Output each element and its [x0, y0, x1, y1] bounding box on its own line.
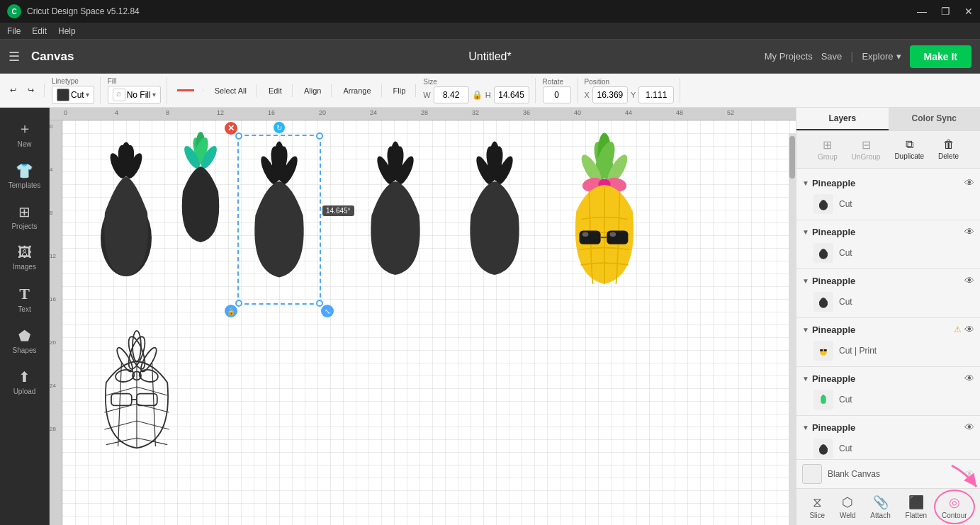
layer-header-4[interactable]: ▼ Pineapple ⚠ 👁 — [796, 321, 980, 338]
secondary-toolbar: ↩ ↪ Linetype Cut ▾ Fill ∅ No Fill ▾ Sele… — [0, 74, 980, 108]
pos-x-input[interactable] — [592, 86, 628, 103]
rotate-handle[interactable]: ↻ — [274, 122, 285, 133]
layer-item-1[interactable]: Cut — [796, 191, 980, 217]
layer-eye-1[interactable]: 👁 — [964, 177, 974, 188]
sidebar-item-text[interactable]: T Text — [4, 279, 46, 319]
linetype-swatch — [57, 89, 69, 101]
fill-select[interactable]: ∅ No Fill ▾ — [108, 86, 161, 104]
layer-eye-6[interactable]: 👁 — [964, 422, 974, 433]
duplicate-button[interactable]: ⧉ Duplicate — [889, 135, 930, 164]
linetype-group: Linetype Cut ▾ — [52, 77, 101, 104]
attach-button[interactable]: 📎 Attach — [864, 492, 896, 522]
linetype-select[interactable]: Cut ▾ — [52, 86, 94, 104]
ungroup-button[interactable]: ⊟ UnGroup — [846, 135, 886, 164]
select-all-button[interactable]: Select All — [210, 84, 251, 97]
layer-group-1: ▼ Pineapple 👁 Cut — [796, 171, 980, 220]
pineapple-3-container[interactable]: ↻ ✕ 🔒 ⤡ ✛ — [237, 120, 322, 308]
explore-button[interactable]: Explore ▾ — [862, 51, 901, 62]
layer-header-1[interactable]: ▼ Pineapple 👁 — [796, 174, 980, 191]
sidebar-item-upload[interactable]: ⬆ Upload — [4, 363, 46, 401]
menu-edit[interactable]: Edit — [32, 26, 47, 36]
layer-item-3[interactable]: Cut — [796, 289, 980, 315]
arrange-button[interactable]: Arrange — [339, 84, 375, 97]
line-color-swatch — [177, 89, 194, 91]
ruler-left-0: 0 — [50, 123, 62, 130]
pineapple-outline[interactable] — [94, 326, 179, 482]
layer-eye-3[interactable]: 👁 — [964, 275, 974, 286]
ruler-num-16: 16 — [266, 109, 317, 116]
maximize-button[interactable]: ❐ — [941, 6, 950, 17]
layer-item-6[interactable]: Cut — [796, 436, 980, 459]
pineapple-2[interactable] — [169, 128, 232, 255]
save-button[interactable]: Save — [821, 51, 843, 62]
tab-layers[interactable]: Layers — [796, 108, 889, 130]
layers-bottom-toolbar: ⧖ Slice ⬡ Weld 📎 Attach ⬛ Flatten ◎ Cont… — [796, 488, 980, 525]
ruler-num-0: 0 — [62, 109, 113, 116]
undo-redo-group: ↩ ↪ — [6, 84, 45, 97]
undo-button[interactable]: ↩ — [6, 84, 21, 97]
resize-handle[interactable]: ⤡ — [321, 305, 334, 317]
rotate-input[interactable] — [543, 86, 571, 103]
sidebar-item-images[interactable]: 🖼 Images — [4, 239, 46, 276]
lock-handle[interactable]: 🔒 — [225, 305, 237, 317]
delete-icon: 🗑 — [943, 138, 954, 151]
height-input[interactable] — [494, 86, 529, 103]
layer-item-2[interactable]: Cut — [796, 240, 980, 266]
layer-eye-2[interactable]: 👁 — [964, 226, 974, 237]
vertical-scrollbar[interactable] — [789, 133, 796, 525]
layer-item-label-4: Cut | Print — [839, 346, 974, 356]
layer-header-3[interactable]: ▼ Pineapple 👁 — [796, 272, 980, 289]
redo-button[interactable]: ↪ — [23, 84, 38, 97]
delete-button[interactable]: 🗑 Delete — [933, 135, 964, 164]
width-input[interactable] — [434, 86, 469, 103]
layer-eye-4[interactable]: 👁 — [964, 324, 974, 335]
my-projects-button[interactable]: My Projects — [765, 51, 813, 62]
sidebar-item-shapes[interactable]: ⬟ Shapes — [4, 322, 46, 360]
layer-header-6[interactable]: ▼ Pineapple 👁 — [796, 419, 980, 436]
canvas-area[interactable]: 0 4 8 12 16 20 24 28 32 36 40 44 48 52 0… — [50, 108, 796, 525]
layer-item-5[interactable]: Cut — [796, 387, 980, 412]
layer-item-4[interactable]: Cut | Print — [796, 338, 980, 363]
minimize-button[interactable]: — — [917, 6, 927, 17]
pineapple-1[interactable] — [91, 128, 162, 298]
flatten-label: Flatten — [906, 512, 928, 519]
weld-button[interactable]: ⬡ Weld — [834, 492, 862, 522]
window-controls[interactable]: — ❐ ✕ — [917, 6, 973, 17]
edit-button[interactable]: Edit — [264, 84, 286, 97]
rotate-label: Rotate — [543, 78, 563, 86]
flatten-button[interactable]: ⬛ Flatten — [900, 492, 933, 522]
ruler-left-12: 12 — [50, 253, 62, 259]
layer-eye-5[interactable]: 👁 — [964, 373, 974, 384]
flip-button[interactable]: Flip — [389, 84, 410, 97]
images-icon: 🖼 — [18, 244, 32, 261]
layer-group-5: ▼ Pineapple 👁 Cut — [796, 367, 980, 416]
sidebar-item-projects[interactable]: ⊞ Projects — [4, 198, 46, 236]
pos-y-input[interactable] — [638, 86, 674, 103]
align-button[interactable]: Align — [300, 84, 325, 97]
tab-color-sync[interactable]: Color Sync — [889, 108, 981, 130]
slice-button[interactable]: ⧖ Slice — [804, 492, 830, 522]
menu-help[interactable]: Help — [58, 26, 76, 36]
pineapple-colorful[interactable] — [558, 128, 650, 326]
canvas-grid[interactable]: ↻ ✕ 🔒 ⤡ ✛ — [62, 120, 796, 525]
make-it-button[interactable]: Make It — [910, 45, 971, 68]
fill-value: No Fill — [127, 90, 151, 100]
blank-canvas-eye[interactable]: 👁 — [964, 468, 974, 480]
group-button[interactable]: ⊞ Group — [812, 135, 843, 164]
scrollbar-thumb[interactable] — [789, 136, 795, 179]
contour-button[interactable]: ◎ Contour — [936, 492, 973, 522]
sidebar-item-templates[interactable]: 👕 Templates — [4, 157, 46, 195]
app-title: Cricut Design Space v5.12.84 — [27, 6, 140, 16]
hamburger-button[interactable]: ☰ — [9, 49, 20, 64]
ruler-num-28: 28 — [419, 109, 471, 116]
top-toolbar: ☰ Canvas Untitled* My Projects Save | Ex… — [0, 40, 980, 74]
menu-file[interactable]: File — [7, 26, 21, 36]
sidebar-item-new[interactable]: ＋ New — [4, 113, 46, 154]
ruler-num-32: 32 — [471, 109, 522, 116]
layer-header-2[interactable]: ▼ Pineapple 👁 — [796, 223, 980, 240]
layer-thumb-2 — [813, 243, 833, 263]
close-button[interactable]: ✕ — [964, 6, 973, 17]
layer-header-5[interactable]: ▼ Pineapple 👁 — [796, 370, 980, 387]
pineapple-4[interactable] — [360, 135, 431, 305]
pineapple-5[interactable] — [459, 135, 530, 305]
